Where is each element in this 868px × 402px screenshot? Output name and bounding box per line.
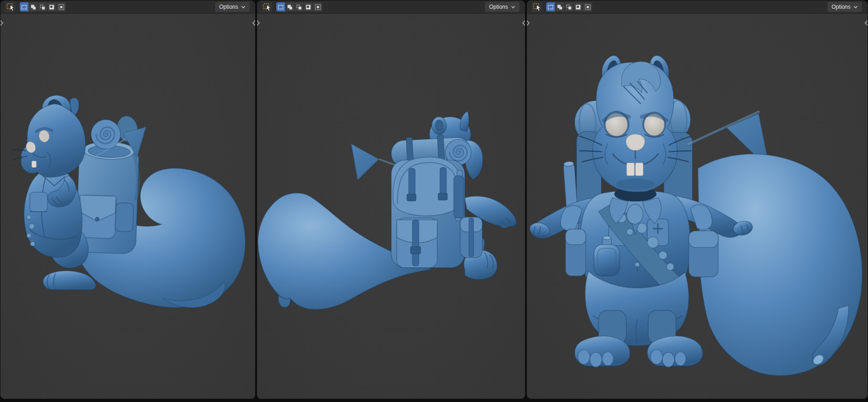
select-subtract-icon bbox=[296, 4, 302, 10]
viewport-front-view: Options bbox=[527, 0, 868, 399]
select-mode-intersect-button[interactable] bbox=[57, 2, 66, 11]
sculpt-workspace: Options bbox=[0, 0, 868, 402]
select-mode-group bbox=[20, 2, 66, 11]
options-dropdown[interactable]: Options bbox=[828, 2, 862, 12]
select-intersect-icon bbox=[585, 4, 591, 10]
select-subtract-icon bbox=[566, 4, 572, 10]
viewport-header: Options bbox=[527, 0, 868, 14]
select-extend-icon bbox=[557, 4, 563, 10]
select-set-icon bbox=[548, 4, 554, 10]
select-difference-icon bbox=[305, 4, 311, 10]
select-mode-difference-button[interactable] bbox=[304, 2, 313, 11]
select-difference-icon bbox=[575, 4, 581, 10]
chevron-down-icon bbox=[241, 6, 246, 9]
tweak-tool-icon bbox=[532, 2, 542, 11]
options-label: Options bbox=[219, 4, 238, 10]
squirrel-model-side-view bbox=[0, 14, 255, 399]
select-mode-set-button[interactable] bbox=[276, 2, 286, 11]
viewport-header: Options bbox=[257, 0, 525, 14]
tweak-tool-icon bbox=[6, 2, 15, 11]
squirrel-model-back-view bbox=[257, 14, 525, 399]
chevron-down-icon bbox=[853, 6, 858, 9]
chevron-down-icon bbox=[511, 6, 515, 9]
select-extend-icon bbox=[287, 4, 293, 10]
viewport-header: Options bbox=[0, 0, 255, 14]
tweak-tool-button[interactable] bbox=[5, 2, 16, 12]
options-label: Options bbox=[832, 4, 851, 10]
select-extend-icon bbox=[30, 4, 36, 10]
options-dropdown[interactable]: Options bbox=[485, 2, 520, 12]
select-mode-difference-button[interactable] bbox=[47, 2, 57, 11]
select-mode-intersect-button[interactable] bbox=[313, 2, 322, 11]
select-intersect-icon bbox=[58, 4, 64, 10]
tweak-tool-icon bbox=[263, 2, 272, 11]
tweak-tool-button[interactable] bbox=[531, 2, 542, 12]
select-mode-extend-button[interactable] bbox=[286, 2, 295, 11]
select-subtract-icon bbox=[40, 4, 46, 10]
select-mode-subtract-button[interactable] bbox=[295, 2, 304, 11]
viewport-canvas-back-view[interactable] bbox=[257, 14, 525, 399]
select-mode-set-button[interactable] bbox=[546, 2, 555, 11]
options-dropdown[interactable]: Options bbox=[215, 2, 250, 12]
squirrel-model-front-view bbox=[527, 14, 868, 399]
viewport-canvas-side-view[interactable] bbox=[0, 14, 255, 399]
select-mode-subtract-button[interactable] bbox=[565, 2, 574, 11]
viewport-canvas-front-view[interactable] bbox=[527, 14, 868, 399]
select-mode-subtract-button[interactable] bbox=[38, 2, 47, 11]
select-mode-group bbox=[276, 2, 322, 11]
viewport-back-view: Options bbox=[257, 0, 525, 399]
select-set-icon bbox=[21, 4, 27, 10]
select-mode-group bbox=[546, 2, 592, 11]
select-difference-icon bbox=[49, 4, 55, 10]
select-mode-difference-button[interactable] bbox=[574, 2, 583, 11]
tweak-tool-button[interactable] bbox=[262, 2, 272, 12]
select-mode-extend-button[interactable] bbox=[555, 2, 565, 11]
select-mode-extend-button[interactable] bbox=[29, 2, 38, 11]
select-set-icon bbox=[278, 4, 284, 10]
viewport-side-view: Options bbox=[0, 0, 255, 399]
select-mode-intersect-button[interactable] bbox=[583, 2, 592, 11]
select-intersect-icon bbox=[315, 4, 321, 10]
options-label: Options bbox=[489, 4, 508, 10]
select-mode-set-button[interactable] bbox=[20, 2, 29, 11]
